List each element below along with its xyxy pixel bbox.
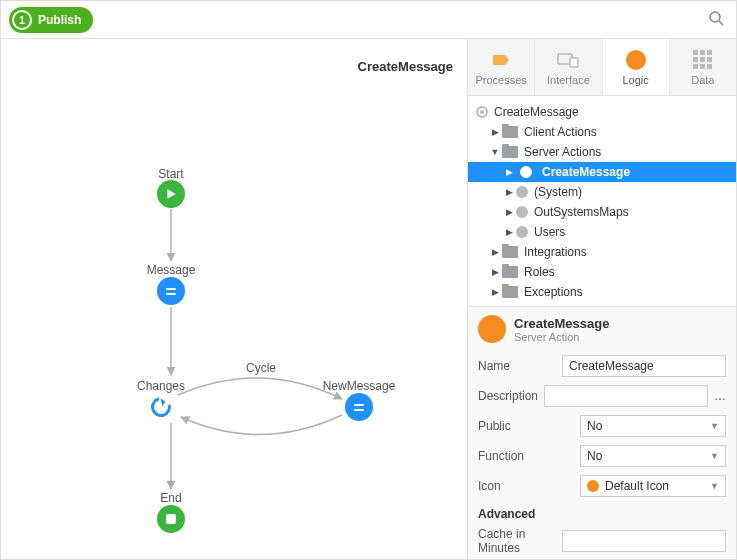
action-icon <box>478 315 506 343</box>
prop-label: Function <box>478 449 574 463</box>
svg-rect-6 <box>570 58 578 67</box>
prop-label: Public <box>478 419 574 433</box>
prop-label: Cache in Minutes <box>478 527 556 555</box>
chevron-down-icon: ▼ <box>710 481 719 491</box>
tree-server-actions[interactable]: ▼ Server Actions <box>468 142 736 162</box>
tree-item-maps[interactable]: ▶ OutSystemsMaps <box>468 202 736 222</box>
reference-icon <box>516 206 528 218</box>
publish-label: Publish <box>38 13 81 27</box>
chevron-right-icon <box>490 49 512 71</box>
advanced-section-header[interactable]: Advanced <box>468 501 736 523</box>
tree-client-actions[interactable]: ▶ Client Actions <box>468 122 736 142</box>
tree-integrations[interactable]: ▶ Integrations <box>468 242 736 262</box>
edge-label-cycle: Cycle <box>246 361 276 375</box>
reference-icon <box>516 186 528 198</box>
top-toolbar: 1 Publish <box>1 1 736 39</box>
right-panel: Processes Interface Logic Data <box>468 39 736 559</box>
cycle-icon <box>147 393 175 421</box>
node-label-changes: Changes <box>137 379 185 393</box>
folder-icon <box>502 146 518 158</box>
svg-point-0 <box>710 12 720 22</box>
folder-icon <box>502 266 518 278</box>
properties-header: CreateMessage Server Action <box>468 307 736 351</box>
svg-line-1 <box>719 21 723 25</box>
properties-title: CreateMessage <box>514 316 609 331</box>
node-changes[interactable] <box>147 393 175 421</box>
tab-logic[interactable]: Logic <box>603 39 670 95</box>
tree-item-createmessage[interactable]: ▶ CreateMessage <box>468 162 736 182</box>
cache-input[interactable] <box>562 530 726 552</box>
publish-button[interactable]: 1 Publish <box>9 7 93 33</box>
prop-label: Description <box>478 389 538 403</box>
caret-down-icon: ▼ <box>490 147 500 157</box>
caret-right-icon: ▶ <box>504 207 514 217</box>
caret-right-icon: ▶ <box>490 287 500 297</box>
node-end[interactable] <box>157 505 185 533</box>
caret-right-icon: ▶ <box>504 187 514 197</box>
publish-badge: 1 <box>12 10 32 30</box>
tree-item-system[interactable]: ▶ (System) <box>468 182 736 202</box>
caret-right-icon: ▶ <box>490 127 500 137</box>
node-label-message: Message <box>147 263 196 277</box>
icon-preview-icon <box>587 480 599 492</box>
name-input[interactable] <box>562 355 726 377</box>
node-label-newmessage: NewMessage <box>323 379 396 393</box>
tab-data[interactable]: Data <box>670 39 736 95</box>
node-label-start: Start <box>158 167 183 181</box>
node-message[interactable] <box>157 277 185 305</box>
caret-right-icon: ▶ <box>490 267 500 277</box>
data-grid-icon <box>692 49 714 71</box>
tab-processes[interactable]: Processes <box>468 39 535 95</box>
prop-label: Icon <box>478 479 574 493</box>
tab-interface[interactable]: Interface <box>535 39 602 95</box>
folder-icon <box>502 286 518 298</box>
tree-root[interactable]: CreateMessage <box>468 102 736 122</box>
node-start[interactable] <box>157 180 185 208</box>
tree-item-users[interactable]: ▶ Users <box>468 222 736 242</box>
devices-icon <box>557 49 579 71</box>
action-icon <box>520 166 532 178</box>
folder-icon <box>502 126 518 138</box>
play-icon <box>157 180 185 208</box>
module-icon <box>476 106 488 118</box>
caret-right-icon: ▶ <box>504 167 514 177</box>
description-input[interactable] <box>544 385 708 407</box>
logic-tree[interactable]: CreateMessage ▶ Client Actions ▼ Server … <box>468 96 736 306</box>
tree-roles[interactable]: ▶ Roles <box>468 262 736 282</box>
flow-canvas[interactable]: CreateMessage Start Message <box>1 39 468 559</box>
chevron-down-icon: ▼ <box>710 421 719 431</box>
properties-panel: CreateMessage Server Action Name Descrip… <box>468 306 736 559</box>
node-newmessage[interactable] <box>345 393 373 421</box>
caret-right-icon: ▶ <box>504 227 514 237</box>
icon-select[interactable]: Default Icon ▼ <box>580 475 726 497</box>
node-label-end: End <box>160 491 181 505</box>
logic-icon <box>625 49 647 71</box>
folder-icon <box>502 246 518 258</box>
caret-right-icon: ▶ <box>490 247 500 257</box>
canvas-title: CreateMessage <box>358 59 453 74</box>
tree-exceptions[interactable]: ▶ Exceptions <box>468 282 736 302</box>
app-window: 1 Publish CreateMessage <box>0 0 737 560</box>
assign-icon <box>157 277 185 305</box>
chevron-down-icon: ▼ <box>710 451 719 461</box>
panel-tabs: Processes Interface Logic Data <box>468 39 736 96</box>
assign-icon <box>345 393 373 421</box>
function-select[interactable]: No ▼ <box>580 445 726 467</box>
search-icon[interactable] <box>704 6 728 33</box>
reference-icon <box>516 226 528 238</box>
properties-subtitle: Server Action <box>514 331 609 343</box>
prop-label: Name <box>478 359 556 373</box>
expand-description-button[interactable]: … <box>714 389 726 403</box>
stop-icon <box>157 505 185 533</box>
public-select[interactable]: No ▼ <box>580 415 726 437</box>
flow-connectors <box>1 39 467 559</box>
